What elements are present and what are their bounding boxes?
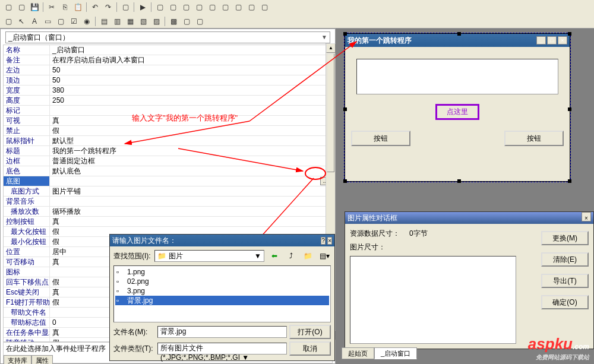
toolbar-btn[interactable]: ▢ <box>154 1 166 13</box>
form-textbox[interactable] <box>356 59 558 94</box>
property-row[interactable]: 背景音乐 <box>4 197 332 207</box>
toolbar-btn[interactable]: ▩ <box>168 15 179 27</box>
property-row[interactable]: 鼠标指针默认型 <box>4 136 332 146</box>
toolbar-btn[interactable]: ▢ <box>245 1 257 13</box>
property-value[interactable]: 380 <box>50 86 332 95</box>
toolbar-btn[interactable]: ▭ <box>42 15 53 27</box>
form-button-1[interactable]: 按钮 <box>351 131 410 146</box>
tab-start-page[interactable]: 起始页 <box>342 347 374 359</box>
copy-icon[interactable]: ⎘ <box>59 1 71 13</box>
toolbar-btn[interactable]: ▧ <box>137 15 149 27</box>
clear-button[interactable]: 清除(E) <box>541 252 589 267</box>
change-button[interactable]: 更换(M) <box>541 231 589 245</box>
filetype-combo[interactable]: 所有图片文件 (*.JPG;*.PNG;*.BMP;*.GI ▼ <box>157 343 287 354</box>
property-row[interactable]: 左边50 <box>4 65 332 75</box>
property-value[interactable]: 250 <box>50 96 332 105</box>
view-icon[interactable]: ▤▾ <box>318 250 331 262</box>
tab-support-lib[interactable]: 支持库 <box>4 355 31 364</box>
up-icon[interactable]: ⤴ <box>285 250 298 262</box>
property-value[interactable]: 默认底色 <box>50 166 332 176</box>
property-row[interactable]: 顶边50 <box>4 75 332 86</box>
maximize-icon[interactable]: □ <box>547 36 557 45</box>
dialog-titlebar[interactable]: 请输入图片文件名： ? × <box>110 235 334 246</box>
property-row[interactable]: 高度250 <box>4 96 332 106</box>
property-value[interactable]: 我的第一个跳转程序 <box>50 146 332 156</box>
property-value[interactable]: 循环播放 <box>50 207 332 216</box>
dialog-titlebar[interactable]: 图片属性对话框 × <box>345 212 593 224</box>
toolbar-btn[interactable]: ▢ <box>119 1 131 13</box>
open-button[interactable]: 打开(O) <box>289 325 331 339</box>
file-list-item[interactable]: ▫1.png <box>115 267 329 277</box>
property-value[interactable]: 50 <box>50 65 332 75</box>
back-icon[interactable]: ⬅ <box>268 250 281 262</box>
filename-input[interactable]: 背景.jpg <box>157 326 287 338</box>
property-value[interactable]: 真 <box>50 217 332 226</box>
toolbar-btn[interactable]: ▤ <box>98 15 110 27</box>
property-value[interactable] <box>50 197 332 206</box>
toolbar-btn[interactable]: ▢ <box>206 1 218 13</box>
property-value[interactable]: 普通固定边框 <box>50 156 332 166</box>
property-value[interactable]: ... <box>50 176 332 186</box>
tab-main-window[interactable]: _启动窗口 <box>374 347 417 359</box>
property-row[interactable]: 播放次数循环播放 <box>4 207 332 217</box>
export-button[interactable]: 导出(T) <box>541 274 589 288</box>
paste-icon[interactable]: 📋 <box>72 1 84 13</box>
toolbar-btn[interactable]: A <box>29 15 40 27</box>
property-value[interactable]: _启动窗口 <box>50 45 332 55</box>
toolbar-btn[interactable]: ▦ <box>124 15 136 27</box>
property-row[interactable]: 标题我的第一个跳转程序 <box>4 146 332 156</box>
property-row[interactable]: 底图方式图片平铺 <box>4 186 332 197</box>
undo-icon[interactable]: ↶ <box>89 1 101 13</box>
property-object-selector[interactable]: _启动窗口（窗口） <box>5 31 330 43</box>
file-list[interactable]: ▫1.png▫02.png▫3.png▫背景.jpg <box>113 265 331 322</box>
property-row[interactable]: 底图... <box>4 176 332 186</box>
toolbar-btn[interactable]: ☑ <box>68 15 80 27</box>
toolbar-btn[interactable]: ▢ <box>193 1 205 13</box>
property-value[interactable]: 假 <box>50 126 332 135</box>
toolbar-btn[interactable]: ▢ <box>194 15 206 27</box>
property-row[interactable]: 宽度380 <box>4 86 332 96</box>
toolbar-btn[interactable]: ▢ <box>219 1 231 13</box>
form-label-clickhere[interactable]: 点这里 <box>435 104 479 120</box>
toolbar-btn[interactable]: ▢ <box>2 15 14 27</box>
property-row[interactable]: 禁止假 <box>4 126 332 136</box>
cancel-button[interactable]: 取消 <box>289 341 331 356</box>
property-value[interactable]: 默认型 <box>50 136 332 145</box>
property-row[interactable]: 备注在程序启动后自动调入本窗口 <box>4 55 332 65</box>
toolbar-btn[interactable]: ▢ <box>181 15 192 27</box>
property-row[interactable]: 边框普通固定边框 <box>4 156 332 166</box>
ok-button[interactable]: 确定(O) <box>541 295 589 309</box>
form-preview[interactable]: 我的第一个跳转程序 _ □ × 点这里 按钮 按钮 <box>345 33 570 182</box>
property-row[interactable]: 底色默认底色 <box>4 166 332 176</box>
toolbar-btn[interactable]: ▢ <box>15 1 27 13</box>
toolbar-btn[interactable]: ▥ <box>111 15 123 27</box>
toolbar-btn[interactable]: ▢ <box>167 1 179 13</box>
file-list-item[interactable]: ▫3.png <box>115 286 329 296</box>
property-value[interactable]: 50 <box>50 75 332 85</box>
close-icon[interactable]: × <box>558 36 567 45</box>
toolbar-btn[interactable]: ↖ <box>15 15 27 27</box>
close-icon[interactable]: × <box>327 237 332 245</box>
tab-properties[interactable]: 属性 <box>31 355 53 364</box>
property-row[interactable]: 控制按钮真 <box>4 217 332 227</box>
toolbar-btn[interactable]: ▢ <box>55 15 67 27</box>
file-list-item[interactable]: ▫02.png <box>115 277 329 286</box>
toolbar-btn[interactable]: 💾 <box>29 1 40 13</box>
help-icon[interactable]: ? <box>321 237 326 245</box>
cut-icon[interactable]: ✂ <box>46 1 58 13</box>
toolbar-btn[interactable]: ▢ <box>180 1 192 13</box>
file-list-item[interactable]: ▫背景.jpg <box>115 296 329 305</box>
toolbar-btn[interactable]: ▢ <box>2 1 14 13</box>
toolbar-btn[interactable]: ▢ <box>232 1 244 13</box>
close-icon[interactable]: × <box>582 212 591 221</box>
property-value[interactable]: 图片平铺 <box>50 186 332 196</box>
toolbar-btn[interactable]: ▨ <box>150 15 162 27</box>
toolbar-btn[interactable]: ◉ <box>81 15 93 27</box>
run-icon[interactable]: ▶ <box>137 1 148 13</box>
redo-icon[interactable]: ↷ <box>102 1 114 13</box>
property-value[interactable]: 在程序启动后自动调入本窗口 <box>50 55 332 65</box>
minimize-icon[interactable]: _ <box>536 36 546 45</box>
folder-combo[interactable]: 📁 图片 ▼ <box>154 250 264 262</box>
new-folder-icon[interactable]: 📁 <box>301 250 314 262</box>
property-row[interactable]: 名称_启动窗口 <box>4 45 332 55</box>
